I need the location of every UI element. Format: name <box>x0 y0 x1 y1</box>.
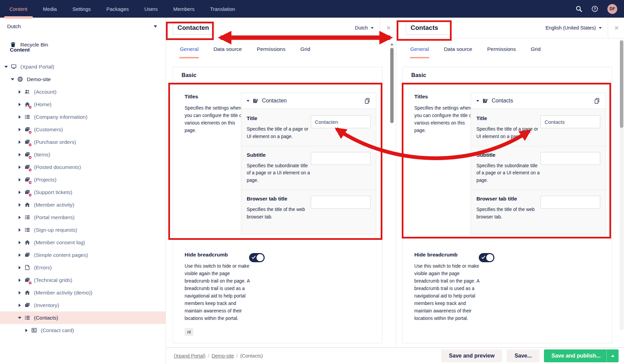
caret-right-icon[interactable] <box>23 329 30 332</box>
hide-breadcrumb-toggle[interactable] <box>249 253 265 262</box>
title-input[interactable] <box>541 115 600 128</box>
caret-right-icon[interactable] <box>16 90 23 94</box>
document-name-input[interactable]: Contacts <box>406 21 451 35</box>
footer-buttons: Save and preview Save... Save and publis… <box>441 349 619 362</box>
nav-item-translation[interactable]: Translation <box>202 0 243 18</box>
nav-item-media[interactable]: Media <box>35 0 65 18</box>
tree-item-items[interactable]: (Items) <box>0 148 166 161</box>
variant-language-dropdown[interactable]: Dutch <box>349 18 380 38</box>
tab-data-source[interactable]: Data source <box>213 38 242 60</box>
copy-icon[interactable] <box>364 98 371 104</box>
chevron-down-icon <box>599 27 602 29</box>
tree-item-customers[interactable]: (Customers) <box>0 123 166 136</box>
collapse-caret-icon[interactable] <box>476 100 479 102</box>
breadcrumb-item-demo-site[interactable]: Demo-site <box>212 353 234 359</box>
scrollbar-thumb[interactable] <box>390 48 394 123</box>
browser-tab-title-input[interactable] <box>311 196 371 209</box>
title-input[interactable] <box>311 115 371 128</box>
copy-icon[interactable] <box>594 98 600 104</box>
hide-breadcrumb-toggle[interactable] <box>479 253 494 262</box>
search-icon[interactable] <box>575 5 582 12</box>
scrollbar-thumb[interactable] <box>620 40 623 128</box>
caret-right-icon[interactable] <box>16 304 23 307</box>
close-icon[interactable]: ✕ <box>614 25 619 31</box>
caret-down-icon[interactable] <box>3 66 9 68</box>
tab-general[interactable]: General <box>410 38 429 60</box>
tab-permissions[interactable]: Permissions <box>257 38 285 60</box>
tree-item-purchase-orders[interactable]: (Purchase orders) <box>0 136 166 148</box>
tab-general[interactable]: General <box>180 38 198 60</box>
tree-item-simple-content-pages[interactable]: (Simple content pages) <box>0 249 166 261</box>
tree-item-member-consent-log[interactable]: (Member consent log) <box>0 236 166 249</box>
save-button[interactable]: Save... <box>507 349 540 362</box>
caret-right-icon[interactable] <box>16 178 23 181</box>
tree-item-projects[interactable]: (Projects) <box>0 173 166 186</box>
tree-item-xpand-portal[interactable]: (Xpand Portal) <box>0 60 166 73</box>
caret-right-icon[interactable] <box>16 140 23 144</box>
tab-permissions[interactable]: Permissions <box>487 38 516 60</box>
caret-right-icon[interactable] <box>16 228 23 232</box>
help-icon[interactable]: ? <box>591 5 598 12</box>
nav-item-settings[interactable]: Settings <box>64 0 98 18</box>
document-name-input[interactable]: Contacten <box>173 21 215 35</box>
tree-item-support-tickets[interactable]: (Support tickets) <box>0 186 166 198</box>
breadcrumb-item-xpand-portal[interactable]: (Xpand Portal) <box>174 353 206 359</box>
caret-right-icon[interactable] <box>16 166 23 169</box>
tree-item-account[interactable]: (Account) <box>0 85 166 98</box>
save-and-publish-button[interactable]: Save and publish... <box>544 349 619 362</box>
subtitle-input[interactable] <box>311 152 371 165</box>
save-and-preview-button[interactable]: Save and preview <box>441 349 502 362</box>
nav-item-users[interactable]: Users <box>136 0 165 18</box>
publish-options-toggle[interactable] <box>606 349 619 362</box>
unpublished-badge-icon <box>29 281 32 285</box>
tab-grid[interactable]: Grid <box>300 38 310 60</box>
sidebar-language-dropdown[interactable]: Dutch <box>0 18 166 35</box>
caret-right-icon[interactable] <box>16 115 23 119</box>
scroll-up-arrow[interactable] <box>390 41 394 45</box>
tree-item-label: (Home) <box>34 101 52 108</box>
tree-item-label: (Posted documents) <box>34 164 81 170</box>
tree-item-member-activity-demo[interactable]: (Member activity (demo)) <box>0 286 166 299</box>
titles-subcard: Contacten TitleSpecifies the title of a … <box>241 93 376 234</box>
tree-item-inventory[interactable]: (Inventory) <box>0 299 166 311</box>
caret-right-icon[interactable] <box>16 153 23 156</box>
subtitle-input[interactable] <box>541 152 600 165</box>
tree-item-demo-site[interactable]: Demo-site <box>0 73 166 85</box>
nav-item-packages[interactable]: Packages <box>99 0 137 18</box>
tree-item-posted-documents[interactable]: (Posted documents) <box>0 161 166 173</box>
tree-item-company-information[interactable]: (Company information) <box>0 111 166 123</box>
panel-scrollbar[interactable] <box>390 41 394 123</box>
caret-right-icon[interactable] <box>16 241 23 244</box>
close-icon[interactable]: ✕ <box>386 25 391 31</box>
variant-language-dropdown[interactable]: English (United States) <box>540 18 608 38</box>
tree-item-sign-up-requests[interactable]: (Sign-up requests) <box>0 224 166 236</box>
caret-right-icon[interactable] <box>16 279 23 282</box>
avatar[interactable]: DF <box>607 4 617 14</box>
hide-breadcrumb-group: Hide breadcrumb Use this switch to hide … <box>403 240 612 343</box>
nav-item-content[interactable]: Content <box>2 0 35 18</box>
nav-item-members[interactable]: Members <box>166 0 203 18</box>
caret-down-icon[interactable] <box>9 78 16 80</box>
caret-right-icon[interactable] <box>16 128 23 131</box>
tree-item-portal-members[interactable]: (Portal members) <box>0 211 166 224</box>
tree-item-contact-card[interactable]: (Contact card) <box>0 324 166 337</box>
caret-right-icon[interactable] <box>16 203 23 207</box>
tab-grid[interactable]: Grid <box>531 38 541 60</box>
tree-item-contacts[interactable]: (Contacts) <box>0 311 166 324</box>
caret-right-icon[interactable] <box>16 266 23 269</box>
tab-data-source[interactable]: Data source <box>444 38 472 60</box>
caret-right-icon[interactable] <box>16 216 23 219</box>
caret-right-icon[interactable] <box>16 253 23 257</box>
panel-scrollbar[interactable] <box>620 39 624 330</box>
tree-item-errors[interactable]: (Errors) <box>0 261 166 274</box>
caret-right-icon[interactable] <box>16 291 23 294</box>
tree-item-technical-grids[interactable]: (Technical grids) <box>0 274 166 286</box>
caret-down-icon[interactable] <box>16 317 23 319</box>
browser-tab-title-input[interactable] <box>541 196 600 209</box>
subcard-header: Contacts <box>471 93 606 109</box>
tree-item-home[interactable]: (Home) <box>0 98 166 111</box>
tree-item-member-activity[interactable]: (Member activity) <box>0 198 166 211</box>
collapse-caret-icon[interactable] <box>247 100 249 102</box>
caret-right-icon[interactable] <box>16 191 23 194</box>
caret-right-icon[interactable] <box>16 103 23 106</box>
